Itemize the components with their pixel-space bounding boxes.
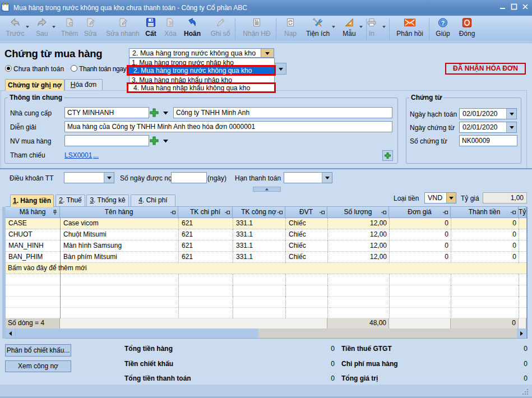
svg-text:?: ? — [441, 20, 445, 26]
